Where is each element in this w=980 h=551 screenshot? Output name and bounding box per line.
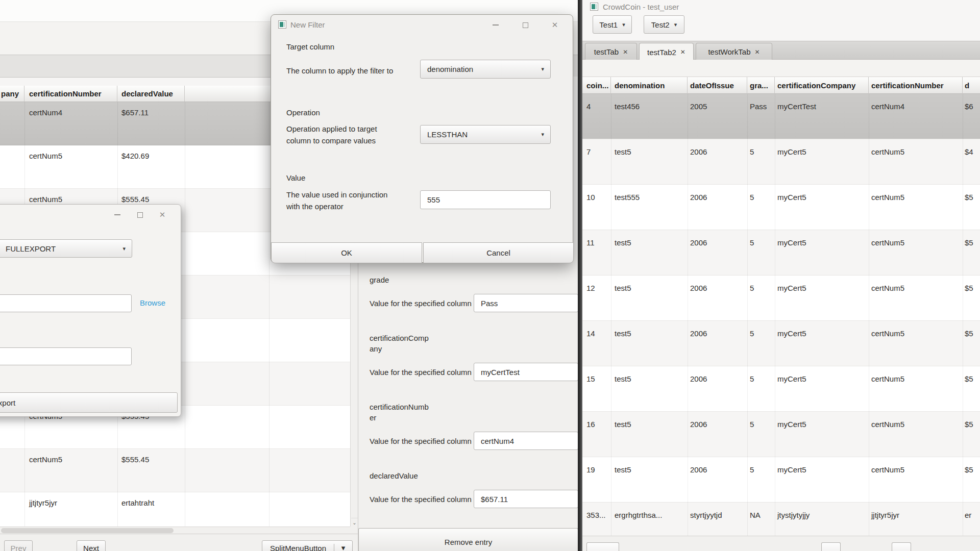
browse-link[interactable]: Browse: [140, 298, 165, 307]
chevron-down-icon[interactable]: ▾: [334, 543, 352, 551]
target-column-value: denomination: [427, 65, 473, 73]
table-row[interactable]: certNum5 $555.45: [0, 449, 350, 492]
entry-value-field[interactable]: certNum4: [474, 432, 578, 450]
table-row[interactable]: 12 test5 2006 5 myCert5 certNum5 $5: [582, 276, 980, 321]
tab-label: testTab: [594, 47, 619, 56]
table-row[interactable]: 19 test5 2006 5 myCert5 certNum5 $5: [582, 457, 980, 503]
crowdcoin-table-header: coin... denomination dateOfIssue gra... …: [582, 77, 980, 94]
cell-grade: 5: [750, 284, 774, 292]
operation-value: LESSTHAN: [427, 130, 468, 139]
cell-declaredvalue: $5: [965, 284, 980, 292]
horizontal-scrollbar[interactable]: [0, 527, 350, 534]
cancel-button[interactable]: Cancel: [423, 242, 574, 263]
table-row[interactable]: 10 test555 2006 5 myCert5 certNum5 $5: [582, 185, 980, 230]
split-menu-button[interactable]: SplitMenuButton ▾: [262, 540, 353, 551]
cell-certificationnumber: certNum5: [871, 193, 962, 202]
tab-testworktab[interactable]: testWorkTab ✕: [696, 43, 772, 60]
entry-value-field[interactable]: Pass: [474, 294, 578, 312]
tab-close-icon[interactable]: ✕: [623, 48, 628, 56]
export-type-combobox[interactable]: FULLEXPORT ▾: [0, 239, 132, 258]
ok-button[interactable]: OK: [271, 242, 422, 263]
tab-testtab[interactable]: testTab ✕: [585, 43, 637, 60]
table-row[interactable]: 11 test5 2006 5 myCert5 certNum5 $5: [582, 230, 980, 276]
operation-combobox[interactable]: LESSTHAN ▾: [420, 125, 551, 144]
close-button[interactable]: ✕: [540, 17, 570, 33]
tab-bar: testTab ✕ testTab2 ✕ testWorkTab ✕: [582, 41, 980, 60]
menu-button-test2[interactable]: Test2 ▾: [644, 15, 684, 34]
cell-certificationcompany: myCert5: [777, 284, 868, 292]
entry-row-label: Value for the specified column: [370, 368, 474, 377]
cell-certificationnumber: certNum5: [29, 455, 116, 464]
chevron-down-icon: ▾: [122, 245, 126, 252]
cell-certificationnumber: certNum5: [871, 147, 962, 156]
split-menu-label[interactable]: SplitMenuButton: [262, 544, 334, 551]
column-header-declaredvalue[interactable]: declaredValue: [117, 86, 185, 102]
maximize-button[interactable]: [510, 17, 540, 33]
cell-denomination: test5: [615, 284, 686, 292]
partial-button[interactable]: [586, 542, 619, 551]
entry-value-field[interactable]: $657.11: [474, 490, 578, 508]
prev-button[interactable]: Prev: [4, 540, 33, 551]
cell-coin: 353...: [586, 511, 611, 519]
partial-button[interactable]: [892, 542, 911, 551]
scroll-down-icon[interactable]: ⌄: [351, 518, 358, 527]
table-row[interactable]: 16 test5 2006 5 myCert5 certNum5 $5: [582, 412, 980, 457]
dialog-titlebar[interactable]: New Filter ✕: [271, 15, 573, 35]
value-input[interactable]: 555: [420, 190, 551, 209]
cell-declaredvalue: $5: [965, 374, 980, 383]
tab-close-icon[interactable]: ✕: [755, 48, 760, 56]
cell-coin: 11: [586, 238, 611, 247]
column-header-certificationnumber[interactable]: certificationNumber: [869, 77, 963, 94]
cell-dateofissue: 2006: [690, 147, 746, 156]
table-row[interactable]: 4 test456 2005 Pass myCertTest certNum4 …: [582, 94, 980, 139]
maximize-button[interactable]: [129, 208, 151, 222]
table-row[interactable]: jjtjtyr5jyr ertahtraht: [0, 492, 350, 527]
crowdcoin-table: coin... denomination dateOfIssue gra... …: [582, 60, 980, 536]
column-header-certificationnumber[interactable]: certificationNumber: [24, 86, 117, 102]
screen: pany certificationNumber declaredValue c…: [0, 0, 980, 551]
table-row[interactable]: 14 test5 2006 5 myCert5 certNum5 $5: [582, 321, 980, 366]
grid-line: [747, 94, 748, 536]
grid-line: [185, 102, 185, 527]
crowdcoin-titlebar[interactable]: CrowdCoin - test_user Test1 ▾ Test2 ▾: [582, 0, 980, 41]
scrollbar-thumb[interactable]: [1, 528, 174, 533]
export-button[interactable]: Export: [0, 392, 178, 413]
tab-close-icon[interactable]: ✕: [680, 48, 685, 56]
cell-coin: 7: [586, 147, 611, 156]
chevron-down-icon: ▾: [674, 21, 677, 28]
table-row[interactable]: 15 test5 2006 5 myCert5 certNum5 $5: [582, 366, 980, 412]
column-header-declaredvalue[interactable]: d: [963, 77, 980, 94]
entry-value-field[interactable]: myCertTest: [474, 363, 578, 381]
column-header-certificationcompany[interactable]: certificationCompany: [775, 77, 869, 94]
menu-button-test1[interactable]: Test1 ▾: [593, 15, 632, 34]
partial-button[interactable]: [821, 542, 841, 551]
cell-certificationnumber: certNum5: [871, 238, 962, 247]
cell-certificationcompany: myCert5: [777, 465, 868, 474]
cell-declaredvalue: $555.45: [121, 455, 183, 464]
entry-field-name: certificationNumb er: [370, 402, 472, 423]
close-button[interactable]: ✕: [151, 208, 174, 222]
cell-certificationnumber: jjtjtyr5jyr: [871, 511, 962, 519]
entry-section: grade Value for the specified column Pas…: [358, 274, 578, 312]
export-path-field[interactable]: [0, 294, 132, 312]
target-column-combobox[interactable]: denomination ▾: [420, 60, 551, 79]
column-header-certificationcompany[interactable]: pany: [0, 86, 24, 102]
minimize-button[interactable]: [106, 208, 129, 222]
tab-label: testWorkTab: [708, 47, 750, 56]
export-name-field[interactable]: [0, 347, 132, 365]
operation-description: Operation applied to target column to co…: [286, 123, 377, 146]
column-header-denomination[interactable]: denomination: [611, 77, 688, 94]
column-header-dateofissue[interactable]: dateOfIssue: [688, 77, 747, 94]
remove-entry-button[interactable]: Remove entry: [358, 528, 578, 551]
cell-dateofissue: 2006: [690, 238, 746, 247]
cell-certificationcompany: myCert5: [777, 420, 868, 429]
table-row[interactable]: 7 test5 2006 5 myCert5 certNum5 $4: [582, 139, 980, 185]
dialog-title: New Filter: [290, 20, 325, 29]
cell-denomination: test5: [615, 329, 686, 338]
minimize-button[interactable]: [481, 17, 510, 33]
column-header-grade[interactable]: gra...: [747, 77, 775, 94]
column-header-coin[interactable]: coin...: [582, 77, 611, 94]
table-row[interactable]: 353... ergrhgtrthsa... styrtjyytjd NA jt…: [582, 503, 980, 536]
next-button[interactable]: Next: [77, 540, 106, 551]
tab-testtab2[interactable]: testTab2 ✕: [639, 43, 694, 61]
